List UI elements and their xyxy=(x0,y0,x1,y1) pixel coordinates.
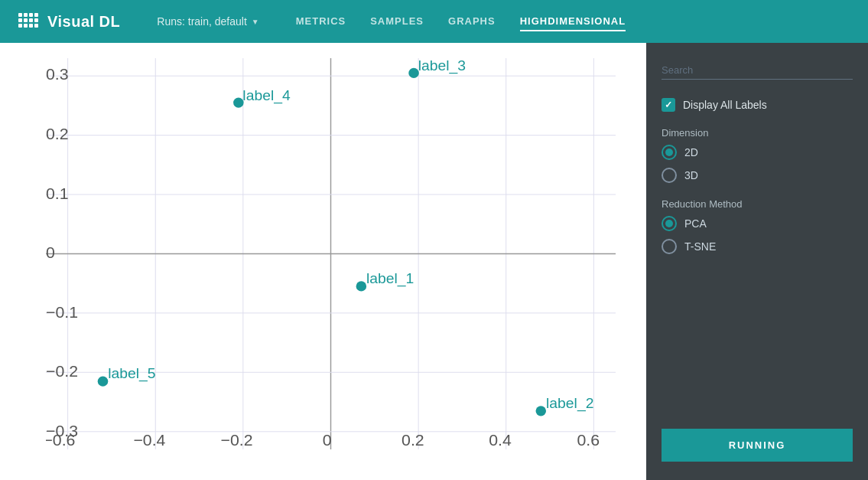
dimension-options: 2D 3D xyxy=(662,145,853,183)
svg-text:0.4: 0.4 xyxy=(489,431,512,449)
logo-icon xyxy=(18,13,40,30)
reduction-tsne-option[interactable]: T-SNE xyxy=(662,239,853,254)
svg-text:0.2: 0.2 xyxy=(46,125,69,142)
scatter-plot: .grid-line { stroke: #dde; stroke-width:… xyxy=(46,58,616,449)
dimension-3d-label: 3D xyxy=(684,169,698,181)
svg-text:−0.2: −0.2 xyxy=(221,431,253,449)
runs-selector[interactable]: Runs: train, default ▼ xyxy=(157,15,258,28)
dimension-2d-label: 2D xyxy=(684,146,698,158)
search-input[interactable] xyxy=(662,61,853,80)
main-nav: METRICS SAMPLES GRAPHS HIGHDIMENSIONAL xyxy=(296,12,626,31)
point-label1[interactable] xyxy=(356,281,367,291)
svg-text:−0.1: −0.1 xyxy=(46,303,78,321)
svg-text:0.6: 0.6 xyxy=(577,431,600,449)
svg-text:−0.3: −0.3 xyxy=(46,422,78,439)
main-content: .grid-line { stroke: #dde; stroke-width:… xyxy=(0,43,868,480)
header: Visual DL Runs: train, default ▼ METRICS… xyxy=(0,0,868,43)
runs-dropdown-arrow: ▼ xyxy=(252,18,259,26)
runs-label: Runs: train, default xyxy=(157,15,247,28)
reduction-options: PCA T-SNE xyxy=(662,216,853,254)
nav-highdimensional[interactable]: HIGHDIMENSIONAL xyxy=(520,12,626,31)
svg-text:label_1: label_1 xyxy=(366,270,414,287)
sidebar: Display All Labels Dimension 2D 3D Reduc… xyxy=(646,43,868,480)
reduction-pca-option[interactable]: PCA xyxy=(662,216,853,231)
dimension-3d-option[interactable]: 3D xyxy=(662,168,853,183)
svg-text:label_4: label_4 xyxy=(242,87,291,104)
reduction-pca-radio[interactable] xyxy=(662,216,677,231)
reduction-method-section: Reduction Method PCA T-SNE xyxy=(662,198,853,254)
display-all-labels-row[interactable]: Display All Labels xyxy=(662,98,853,112)
point-label5[interactable] xyxy=(98,377,109,387)
reduction-tsne-label: T-SNE xyxy=(684,240,716,253)
running-button[interactable]: RUNNING xyxy=(662,429,853,462)
svg-text:label_5: label_5 xyxy=(108,365,155,382)
svg-text:label_2: label_2 xyxy=(546,395,593,412)
dimension-2d-radio[interactable] xyxy=(662,145,677,160)
dimension-label: Dimension xyxy=(662,127,853,139)
logo: Visual DL xyxy=(18,13,120,31)
display-all-label: Display All Labels xyxy=(683,99,767,111)
nav-metrics[interactable]: METRICS xyxy=(296,12,346,31)
svg-text:0: 0 xyxy=(323,431,332,449)
svg-text:0.3: 0.3 xyxy=(46,66,69,83)
nav-graphs[interactable]: GRAPHS xyxy=(448,12,496,31)
point-label2[interactable] xyxy=(536,406,547,416)
svg-text:0: 0 xyxy=(46,243,55,261)
chart-area[interactable]: .grid-line { stroke: #dde; stroke-width:… xyxy=(0,43,646,480)
dimension-section: Dimension 2D 3D xyxy=(662,127,853,183)
svg-text:0.2: 0.2 xyxy=(401,431,424,449)
svg-text:label_3: label_3 xyxy=(418,58,466,74)
reduction-tsne-radio[interactable] xyxy=(662,239,677,254)
svg-text:0.1: 0.1 xyxy=(46,184,69,202)
display-all-checkbox[interactable] xyxy=(662,98,675,112)
reduction-method-label: Reduction Method xyxy=(662,198,853,210)
dimension-3d-radio[interactable] xyxy=(662,168,677,183)
reduction-pca-label: PCA xyxy=(684,217,707,230)
nav-samples[interactable]: SAMPLES xyxy=(370,12,424,31)
svg-text:−0.2: −0.2 xyxy=(46,363,78,380)
logo-text: Visual DL xyxy=(47,13,120,31)
search-section xyxy=(662,61,853,80)
dimension-2d-option[interactable]: 2D xyxy=(662,145,853,160)
svg-text:−0.4: −0.4 xyxy=(133,431,165,449)
